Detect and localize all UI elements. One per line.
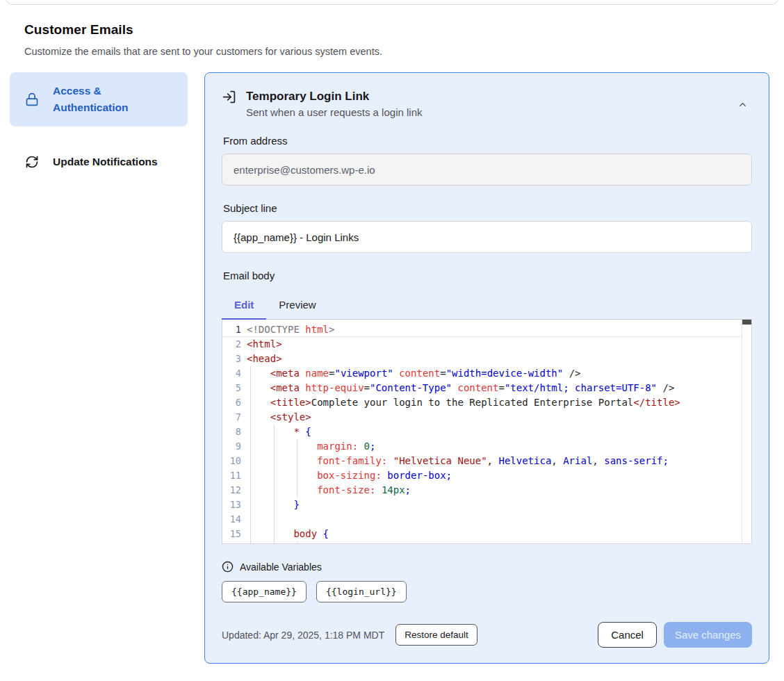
editor-line[interactable]: 2<html> [222, 337, 751, 352]
indent-guide [274, 527, 275, 541]
sidebar-item-update-notifications[interactable]: Update Notifications [10, 143, 188, 181]
editor-line[interactable]: 12 font-size: 14px; [222, 483, 751, 498]
line-number: 11 [222, 468, 241, 483]
code-content: <title>Complete your login to the Replic… [241, 395, 751, 410]
editor-line[interactable]: 11 box-sizing: border-box; [222, 468, 751, 483]
editor-line[interactable]: 4 <meta name="viewport" content="width=d… [222, 366, 751, 381]
indent-guide [297, 439, 297, 454]
indent-guide [274, 483, 275, 498]
editor-line[interactable]: 1<!DOCTYPE html> [222, 322, 751, 337]
sidebar-item-access-authentication[interactable]: Access & Authentication [10, 72, 188, 126]
indent-guide [274, 468, 275, 483]
indent-guide [274, 454, 275, 468]
variable-chip[interactable]: {{login_url}} [316, 581, 407, 602]
code-content: <style> [241, 410, 751, 425]
indent-guide [250, 366, 251, 381]
editor-line[interactable]: 8 * { [222, 425, 751, 439]
indent-guide [250, 439, 251, 454]
line-number: 6 [222, 395, 241, 410]
sidebar-item-label: Update Notifications [53, 154, 158, 170]
indent-guide [250, 498, 251, 512]
code-content: font-family: "Helvetica Neue", Helvetica… [241, 454, 751, 468]
from-address-label: From address [223, 135, 752, 147]
editor-line[interactable]: 6 <title>Complete your login to the Repl… [222, 395, 751, 410]
collapse-button[interactable] [733, 95, 752, 116]
panel-title: Temporary Login Link [246, 90, 724, 104]
editor-line[interactable]: 9 margin: 0; [222, 439, 751, 454]
subject-line-input[interactable] [222, 221, 752, 253]
indent-guide [250, 395, 251, 410]
line-number: 12 [222, 483, 241, 498]
editor-line[interactable]: 14 [222, 512, 751, 527]
panel-footer: Updated: Apr 29, 2025, 1:18 PM MDT Resto… [222, 622, 752, 648]
line-number: 15 [222, 527, 241, 541]
panel-subtitle: Sent when a user requests a login link [246, 106, 724, 118]
sidebar: Access & AuthenticationUpdate Notificati… [10, 72, 188, 181]
line-number: 14 [222, 512, 241, 527]
code-content: <meta http-equiv="Content-Type" content=… [241, 381, 751, 395]
code-content [241, 512, 751, 527]
available-variables-label: Available Variables [240, 561, 322, 573]
code-content: <!DOCTYPE html> [241, 322, 751, 337]
line-number: 9 [222, 439, 241, 454]
restore-default-button[interactable]: Restore default [395, 624, 477, 646]
code-content: <meta name="viewport" content="width=dev… [241, 366, 751, 381]
line-number: 10 [222, 454, 241, 468]
code-content: background-color: #f6f6f6; [241, 541, 751, 544]
available-variables-row: Available Variables [222, 561, 752, 573]
indent-guide [250, 381, 251, 395]
editor-line[interactable]: 7 <style> [222, 410, 751, 425]
indent-guide [250, 541, 251, 544]
save-changes-button[interactable]: Save changes [664, 622, 752, 648]
indent-guide [250, 468, 251, 483]
editor-line[interactable]: 15 body { [222, 527, 751, 541]
editor-line[interactable]: 3<head> [222, 352, 751, 366]
editor-line[interactable]: 10 font-family: "Helvetica Neue", Helvet… [222, 454, 751, 468]
updated-timestamp: Updated: Apr 29, 2025, 1:18 PM MDT [222, 630, 384, 641]
indent-guide [250, 527, 251, 541]
line-number: 13 [222, 498, 241, 512]
log-in-icon [222, 90, 236, 107]
indent-guide [274, 425, 275, 439]
indent-guide [297, 541, 297, 544]
code-editor[interactable]: 1<!DOCTYPE html>2<html>3<head>4 <meta na… [222, 320, 752, 544]
cancel-button[interactable]: Cancel [598, 622, 657, 648]
editor-line[interactable]: 5 <meta http-equiv="Content-Type" conten… [222, 381, 751, 395]
indent-guide [250, 454, 251, 468]
refresh-icon [25, 155, 39, 169]
line-number: 7 [222, 410, 241, 425]
email-settings-card: Temporary Login Link Sent when a user re… [204, 72, 769, 664]
subject-line-label: Subject line [223, 202, 752, 214]
variable-chip[interactable]: {{app_name}} [222, 581, 307, 602]
line-number: 1 [222, 322, 241, 337]
code-content: <head> [241, 352, 751, 366]
indent-guide [274, 541, 275, 544]
tab-edit[interactable]: Edit [222, 293, 266, 319]
indent-guide [274, 439, 275, 454]
editor-tabbar: EditPreview [222, 293, 752, 320]
code-content: * { [241, 425, 751, 439]
editor-scrollbar-thumb[interactable] [742, 320, 751, 325]
page-title: Customer Emails [24, 22, 760, 38]
line-number: 8 [222, 425, 241, 439]
line-number: 16 [222, 541, 241, 544]
tab-preview[interactable]: Preview [266, 293, 328, 319]
page-header: Customer Emails Customize the emails tha… [0, 0, 784, 57]
chevron-up-icon [737, 99, 748, 112]
code-content: body { [241, 527, 751, 541]
code-content: box-sizing: border-box; [241, 468, 751, 483]
indent-guide [274, 498, 275, 512]
indent-guide [297, 468, 297, 483]
editor-scrollbar[interactable] [742, 320, 751, 543]
indent-guide [274, 512, 275, 527]
indent-guide [297, 454, 297, 468]
from-address-input[interactable] [222, 154, 752, 186]
indent-guide [250, 512, 251, 527]
indent-guide [297, 483, 297, 498]
info-icon [222, 561, 234, 573]
previous-card-bottom-edge [6, 0, 778, 5]
editor-line[interactable]: 16 background-color: #f6f6f6; [222, 541, 751, 544]
editor-line[interactable]: 13 } [222, 498, 751, 512]
indent-guide [250, 425, 251, 439]
variable-chips: {{app_name}}{{login_url}} [222, 581, 752, 602]
